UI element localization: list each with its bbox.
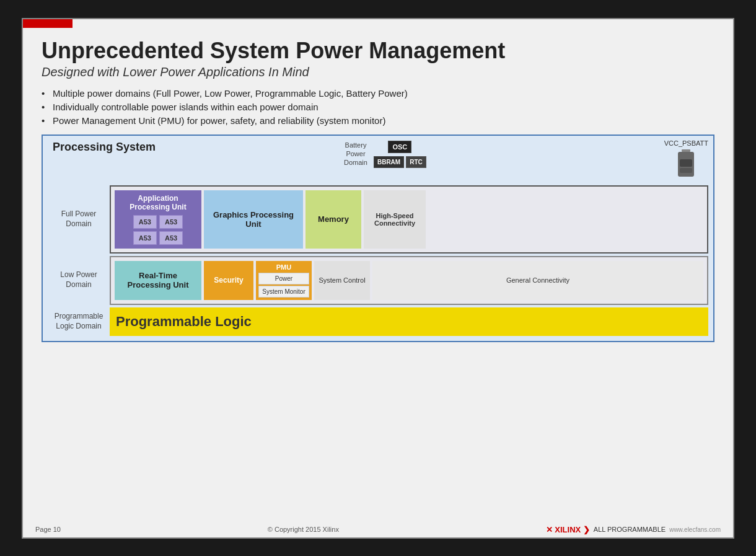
- slide-subtitle: Designed with Lower Power Applications I…: [42, 65, 714, 79]
- ps-title: Processing System: [53, 141, 156, 154]
- security-title: Security: [214, 276, 243, 285]
- memory-title: Memory: [318, 214, 349, 224]
- processing-system-box: Processing System BatteryPowerDomain OSC…: [42, 135, 714, 342]
- low-power-domain-row: Low Power Domain Real-Time Processing Un…: [48, 256, 708, 305]
- footer-copyright: © Copyright 2015 Xilinx: [268, 526, 339, 533]
- core-a53-1: A53: [133, 215, 157, 229]
- gen-conn-block: General Connectivity: [372, 261, 703, 300]
- svg-rect-3: [680, 168, 692, 173]
- low-power-label: Low Power Domain: [48, 256, 110, 305]
- vcc-label: VCC_PSBATT: [664, 139, 708, 147]
- hs-conn-title: High-Speed Connectivity: [367, 212, 422, 227]
- xilinx-logo: ✕ XILINX ❯: [546, 525, 590, 534]
- battery-icon: [677, 149, 695, 180]
- core-a53-2: A53: [159, 215, 183, 229]
- svg-rect-2: [680, 159, 692, 167]
- rpu-title: Real-Time Processing Unit: [118, 271, 198, 289]
- prog-logic-box: Programmable Logic: [110, 307, 708, 336]
- bbram-chip: BBRAM: [374, 156, 404, 168]
- gpu-title: Graphics Processing Unit: [208, 210, 299, 229]
- core-a53-4: A53: [159, 231, 183, 245]
- svg-rect-0: [682, 149, 690, 152]
- osc-chip: OSC: [388, 141, 411, 153]
- footer-xilinx-area: ✕ XILINX ❯ ALL PROGRAMMABLE www.elecfans…: [546, 525, 721, 534]
- rpu-block: Real-Time Processing Unit: [115, 261, 201, 300]
- apu-title: ApplicationProcessing Unit: [130, 194, 186, 211]
- bullet-3: Power Management Unit (PMU) for power, s…: [42, 115, 714, 126]
- pmu-block: PMU Power System Monitor: [256, 261, 312, 300]
- footer-page: Page 10: [35, 526, 61, 533]
- battery-domain-label: BatteryPowerDomain: [344, 141, 367, 167]
- all-prog-label: ALL PROGRAMMABLE: [594, 526, 666, 533]
- full-power-domain-row: Full Power Domain ApplicationProcessing …: [48, 185, 708, 254]
- low-power-box: Real-Time Processing Unit Security PMU P…: [110, 256, 708, 305]
- bullet-list: Multiple power domains (Full Power, Low …: [42, 88, 714, 126]
- rtc-chip: RTC: [406, 156, 426, 168]
- slide-title: Unprecedented System Power Management: [42, 38, 714, 64]
- footer: Page 10 © Copyright 2015 Xilinx ✕ XILINX…: [23, 525, 733, 534]
- red-bar: [23, 19, 73, 28]
- bullet-1: Multiple power domains (Full Power, Low …: [42, 88, 714, 99]
- gen-conn-title: General Connectivity: [506, 276, 569, 284]
- full-power-box: ApplicationProcessing Unit A53 A53 A53 A…: [110, 185, 708, 254]
- pmu-title: PMU: [258, 263, 309, 271]
- apu-cores: A53 A53 A53 A53: [133, 215, 183, 245]
- sysctrl-block: System Control: [314, 261, 370, 300]
- prog-logic-title: Programmable Logic: [116, 314, 252, 330]
- gpu-block: Graphics Processing Unit: [204, 190, 303, 249]
- apu-block: ApplicationProcessing Unit A53 A53 A53 A…: [115, 190, 201, 249]
- bullet-2: Individually controllable power islands …: [42, 102, 714, 112]
- core-a53-3: A53: [133, 231, 157, 245]
- domains-container: Full Power Domain ApplicationProcessing …: [48, 185, 708, 336]
- prog-logic-domain-label: Programmable Logic Domain: [48, 307, 110, 336]
- elecfans-label: www.elecfans.com: [669, 526, 721, 533]
- pmu-power-label: Power: [258, 273, 309, 285]
- security-block: Security: [204, 261, 253, 300]
- slide: Unprecedented System Power Management De…: [22, 18, 734, 539]
- hs-conn-block: High-Speed Connectivity: [364, 190, 426, 249]
- prog-logic-domain-row: Programmable Logic Domain Programmable L…: [48, 307, 708, 336]
- memory-block: Memory: [305, 190, 361, 249]
- full-power-label: Full Power Domain: [48, 185, 110, 254]
- pmu-sysmon-label: System Monitor: [258, 286, 309, 298]
- sysctrl-title: System Control: [319, 276, 365, 284]
